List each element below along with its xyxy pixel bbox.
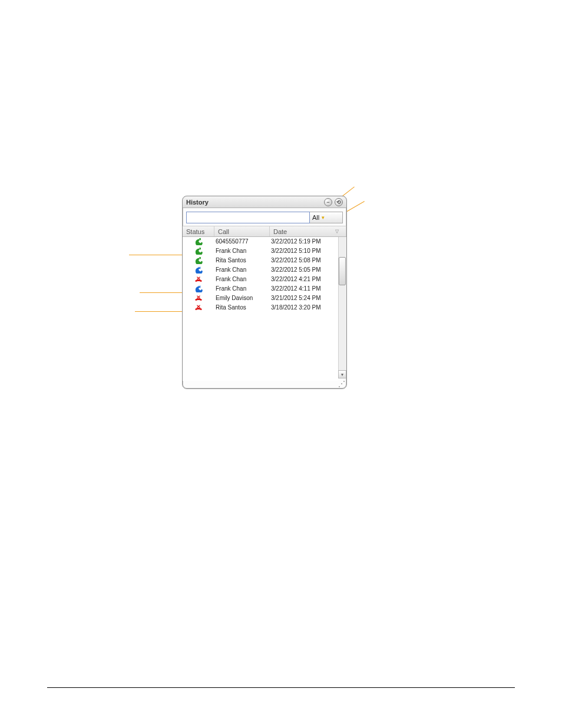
- status-cell: [183, 256, 214, 265]
- missed-call-icon: [194, 304, 203, 311]
- date-cell: 3/22/2012 5:08 PM: [270, 256, 338, 265]
- call-cell: Rita Santos: [214, 303, 270, 312]
- call-cell: Frank Chan: [214, 284, 270, 294]
- incoming-call-icon: [194, 285, 203, 292]
- date-cell: 3/22/2012 5:19 PM: [270, 237, 338, 246]
- minimize-button[interactable]: −: [324, 198, 332, 206]
- chevron-down-icon: ▾: [322, 215, 325, 220]
- scrollbar-thumb[interactable]: [339, 257, 346, 285]
- table-row[interactable]: Frank Chan3/22/2012 4:11 PM: [183, 284, 338, 294]
- call-cell: Frank Chan: [214, 246, 270, 256]
- page-footer-rule: [47, 687, 515, 688]
- date-cell: 3/22/2012 5:10 PM: [270, 246, 338, 256]
- date-cell: 3/22/2012 5:05 PM: [270, 265, 338, 275]
- date-cell: 3/18/2012 3:20 PM: [270, 303, 338, 312]
- column-header-call[interactable]: Call: [214, 226, 270, 236]
- column-header-status[interactable]: Status: [183, 226, 214, 236]
- table-row[interactable]: Frank Chan3/22/2012 5:05 PM: [183, 265, 338, 275]
- call-cell: Frank Chan: [214, 275, 270, 284]
- status-cell: [183, 303, 214, 312]
- missed-call-icon: [194, 295, 203, 302]
- date-cell: 3/21/2012 5:24 PM: [270, 294, 338, 303]
- outgoing-call-icon: [194, 238, 203, 245]
- titlebar: History − ⟲: [183, 196, 346, 208]
- scrollbar-track[interactable]: [338, 237, 346, 370]
- table-row[interactable]: 60455507773/22/2012 5:19 PM: [183, 237, 338, 246]
- call-cell: 6045550777: [214, 237, 270, 246]
- sort-indicator-icon: ▽: [335, 226, 342, 237]
- column-header-date[interactable]: Date ▽: [270, 226, 346, 236]
- outgoing-call-icon: [194, 248, 203, 255]
- table-row[interactable]: Emily Davison3/21/2012 5:24 PM: [183, 294, 338, 303]
- call-cell: Emily Davison: [214, 294, 270, 303]
- status-cell: [183, 294, 214, 303]
- search-bar: All ▾: [183, 208, 346, 226]
- status-cell: [183, 275, 214, 284]
- history-window: History − ⟲ All ▾ Status Call Date ▽ 604…: [182, 196, 347, 389]
- call-cell: Frank Chan: [214, 265, 270, 275]
- table-row[interactable]: Frank Chan3/22/2012 4:21 PM: [183, 275, 338, 284]
- callout-line-return: [344, 201, 365, 213]
- table-row[interactable]: Rita Santos3/22/2012 5:08 PM: [183, 256, 338, 265]
- filter-label: All: [312, 214, 319, 221]
- column-header-date-label: Date: [273, 226, 287, 237]
- status-cell: [183, 246, 214, 256]
- window-title: History: [186, 196, 209, 208]
- table-body: 60455507773/22/2012 5:19 PMFrank Chan3/2…: [183, 237, 338, 381]
- missed-call-icon: [194, 276, 203, 283]
- date-cell: 3/22/2012 4:21 PM: [270, 275, 338, 284]
- table-header: Status Call Date ▽: [183, 226, 346, 237]
- status-cell: [183, 265, 214, 275]
- call-cell: Rita Santos: [214, 256, 270, 265]
- filter-dropdown[interactable]: All ▾: [310, 212, 343, 223]
- status-cell: [183, 237, 214, 246]
- table-row[interactable]: Frank Chan3/22/2012 5:10 PM: [183, 246, 338, 256]
- outgoing-call-icon: [194, 257, 203, 264]
- return-to-main-button[interactable]: ⟲: [335, 198, 343, 206]
- status-cell: [183, 284, 214, 294]
- resize-grip[interactable]: ⋰: [338, 380, 345, 387]
- table-row[interactable]: Rita Santos3/18/2012 3:20 PM: [183, 303, 338, 312]
- history-table: Status Call Date ▽ 60455507773/22/2012 5…: [183, 226, 346, 381]
- incoming-call-icon: [194, 266, 203, 274]
- search-input[interactable]: [186, 212, 310, 223]
- scroll-down-button[interactable]: ▾: [338, 370, 346, 378]
- date-cell: 3/22/2012 4:11 PM: [270, 284, 338, 294]
